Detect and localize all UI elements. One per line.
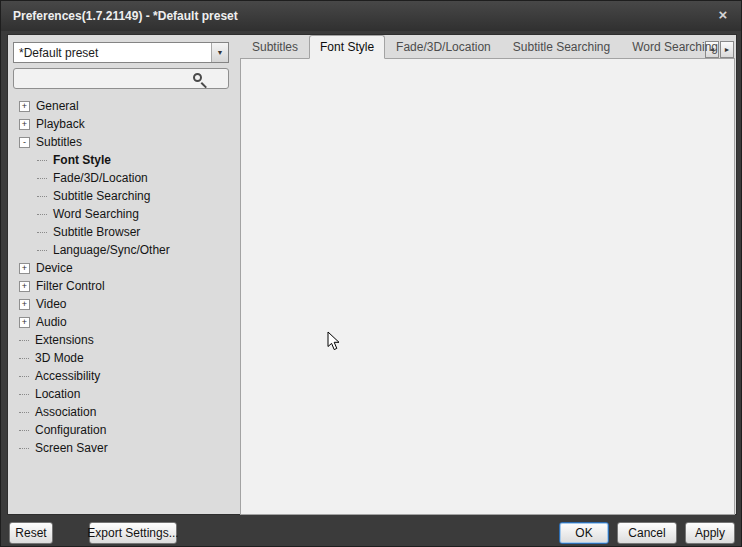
tree-connector bbox=[19, 340, 29, 341]
tree-item-association[interactable]: Association bbox=[13, 403, 229, 421]
tree-item-subtitle-searching[interactable]: Subtitle Searching bbox=[13, 187, 229, 205]
tree-item-label: Location bbox=[35, 387, 80, 401]
tree-item-label: Subtitle Browser bbox=[53, 225, 140, 239]
tab-subtitle-searching[interactable]: Subtitle Searching bbox=[502, 36, 621, 59]
tree-connector bbox=[37, 196, 47, 197]
tree-item-video[interactable]: +Video bbox=[13, 295, 229, 313]
tree-connector bbox=[19, 448, 29, 449]
tree-item-3d-mode[interactable]: 3D Mode bbox=[13, 349, 229, 367]
tree-item-label: Screen Saver bbox=[35, 441, 108, 455]
close-icon[interactable]: × bbox=[713, 1, 733, 31]
tree-item-label: Font Style bbox=[53, 153, 111, 167]
tree-item-label: Word Searching bbox=[53, 207, 139, 221]
tree-item-word-searching[interactable]: Word Searching bbox=[13, 205, 229, 223]
expander-plus-icon[interactable]: + bbox=[19, 299, 30, 310]
tree-item-label: Audio bbox=[36, 315, 67, 329]
tree-connector bbox=[37, 178, 47, 179]
tree-item-configuration[interactable]: Configuration bbox=[13, 421, 229, 439]
tree-item-screen-saver[interactable]: Screen Saver bbox=[13, 439, 229, 457]
tree-item-label: Association bbox=[35, 405, 96, 419]
tree-item-accessibility[interactable]: Accessibility bbox=[13, 367, 229, 385]
tree-item-label: Extensions bbox=[35, 333, 94, 347]
tab-subtitles[interactable]: Subtitles bbox=[241, 36, 309, 59]
tree-item-playback[interactable]: +Playback bbox=[13, 115, 229, 133]
tree-item-label: Playback bbox=[36, 117, 85, 131]
tree-connector bbox=[19, 412, 29, 413]
tree-item-font-style[interactable]: Font Style bbox=[13, 151, 229, 169]
tree-connector bbox=[37, 160, 47, 161]
cancel-button[interactable]: Cancel bbox=[617, 522, 677, 544]
reset-button[interactable]: Reset bbox=[9, 522, 53, 544]
tree-item-label: General bbox=[36, 99, 79, 113]
expander-plus-icon[interactable]: + bbox=[19, 263, 30, 274]
tree-item-label: 3D Mode bbox=[35, 351, 84, 365]
tree-connector bbox=[37, 250, 47, 251]
tree-connector bbox=[19, 376, 29, 377]
tree-item-audio[interactable]: +Audio bbox=[13, 313, 229, 331]
tree-connector bbox=[37, 214, 47, 215]
tree-item-subtitle-browser[interactable]: Subtitle Browser bbox=[13, 223, 229, 241]
preferences-tree: +General +Playback -Subtitles Font Style… bbox=[13, 97, 229, 457]
tree-item-location[interactable]: Location bbox=[13, 385, 229, 403]
tree-item-label: Subtitles bbox=[36, 135, 82, 149]
expander-plus-icon[interactable]: + bbox=[19, 101, 30, 112]
tree-item-label: Subtitle Searching bbox=[53, 189, 150, 203]
preset-dropdown[interactable]: *Default preset ▼ bbox=[13, 42, 229, 63]
tab-strip: Subtitles Font Style Fade/3D/Location Su… bbox=[241, 38, 729, 59]
tree-item-fade-3d-location[interactable]: Fade/3D/Location bbox=[13, 169, 229, 187]
ok-button[interactable]: OK bbox=[559, 522, 609, 544]
tab-word-searching[interactable]: Word Searching bbox=[621, 36, 729, 59]
tree-item-label: Filter Control bbox=[36, 279, 105, 293]
search-icon[interactable] bbox=[193, 73, 202, 82]
tab-font-style[interactable]: Font Style bbox=[309, 35, 385, 59]
tree-connector bbox=[37, 232, 47, 233]
titlebar[interactable]: Preferences(1.7.21149) - *Default preset… bbox=[1, 1, 742, 31]
apply-button[interactable]: Apply bbox=[685, 522, 735, 544]
tree-item-label: Video bbox=[36, 297, 66, 311]
tree-connector bbox=[19, 394, 29, 395]
expander-plus-icon[interactable]: + bbox=[19, 281, 30, 292]
expander-minus-icon[interactable]: - bbox=[19, 137, 30, 148]
tree-item-extensions[interactable]: Extensions bbox=[13, 331, 229, 349]
tree-item-label: Accessibility bbox=[35, 369, 100, 383]
tab-page bbox=[240, 58, 735, 515]
expander-plus-icon[interactable]: + bbox=[19, 119, 30, 130]
tree-item-device[interactable]: +Device bbox=[13, 259, 229, 277]
tree-item-label: Configuration bbox=[35, 423, 106, 437]
tab-fade-3d-location[interactable]: Fade/3D/Location bbox=[385, 36, 502, 59]
mouse-cursor bbox=[327, 331, 340, 354]
expander-plus-icon[interactable]: + bbox=[19, 317, 30, 328]
export-settings-button[interactable]: Export Settings... bbox=[89, 522, 177, 544]
search-input[interactable] bbox=[13, 68, 229, 89]
tree-item-filter-control[interactable]: +Filter Control bbox=[13, 277, 229, 295]
chevron-down-icon[interactable]: ▼ bbox=[211, 43, 228, 62]
tree-connector bbox=[19, 430, 29, 431]
preferences-window: Preferences(1.7.21149) - *Default preset… bbox=[0, 0, 742, 547]
tree-item-subtitles[interactable]: -Subtitles bbox=[13, 133, 229, 151]
tree-item-language-sync-other[interactable]: Language/Sync/Other bbox=[13, 241, 229, 259]
tree-connector bbox=[19, 358, 29, 359]
tree-item-label: Language/Sync/Other bbox=[53, 243, 170, 257]
window-title: Preferences(1.7.21149) - *Default preset bbox=[13, 9, 238, 23]
tree-item-general[interactable]: +General bbox=[13, 97, 229, 115]
preset-dropdown-value: *Default preset bbox=[14, 46, 211, 60]
tree-item-label: Fade/3D/Location bbox=[53, 171, 148, 185]
tree-item-label: Device bbox=[36, 261, 73, 275]
